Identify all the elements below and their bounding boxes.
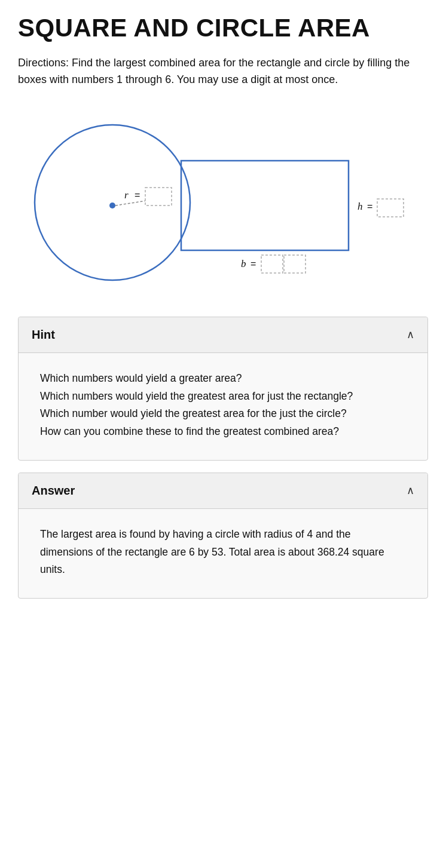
hint-label: Hint — [32, 328, 55, 342]
answer-content: The largest area is found by having a ci… — [40, 526, 406, 579]
svg-rect-12 — [261, 255, 283, 273]
answer-body: The largest area is found by having a ci… — [19, 508, 427, 598]
answer-chevron-icon: ∧ — [407, 484, 414, 497]
hint-header[interactable]: Hint ∧ — [19, 317, 427, 352]
page-title: SQUARE AND CIRCLE AREA — [18, 14, 428, 42]
hint-chevron-icon: ∧ — [407, 328, 414, 341]
hint-line-3: Which number would yield the greatest ar… — [40, 405, 406, 423]
svg-rect-6 — [181, 161, 349, 250]
hint-line-1: Which numbers would yield a greater area… — [40, 370, 406, 388]
answer-section: Answer ∧ The largest area is found by ha… — [18, 473, 428, 599]
svg-text:=: = — [135, 190, 140, 200]
svg-rect-13 — [284, 255, 306, 273]
directions-text: Directions: Find the largest combined ar… — [18, 55, 428, 88]
svg-text:=: = — [367, 201, 372, 211]
hint-section: Hint ∧ Which numbers would yield a great… — [18, 317, 428, 461]
svg-text:=: = — [251, 259, 256, 269]
diagram-area: r = h = b = — [18, 110, 428, 295]
svg-text:h: h — [358, 201, 363, 212]
answer-header[interactable]: Answer ∧ — [19, 473, 427, 508]
answer-label: Answer — [32, 484, 75, 498]
diagram-svg: r = h = b = — [20, 113, 426, 292]
hint-line-4: How can you combine these to find the gr… — [40, 423, 406, 441]
svg-point-1 — [109, 203, 115, 208]
svg-text:r: r — [124, 189, 129, 201]
svg-text:b: b — [241, 258, 246, 269]
svg-rect-5 — [145, 188, 172, 206]
svg-rect-9 — [377, 199, 404, 217]
hint-line-2: Which numbers would yield the greatest a… — [40, 388, 406, 406]
hint-body: Which numbers would yield a greater area… — [19, 352, 427, 460]
